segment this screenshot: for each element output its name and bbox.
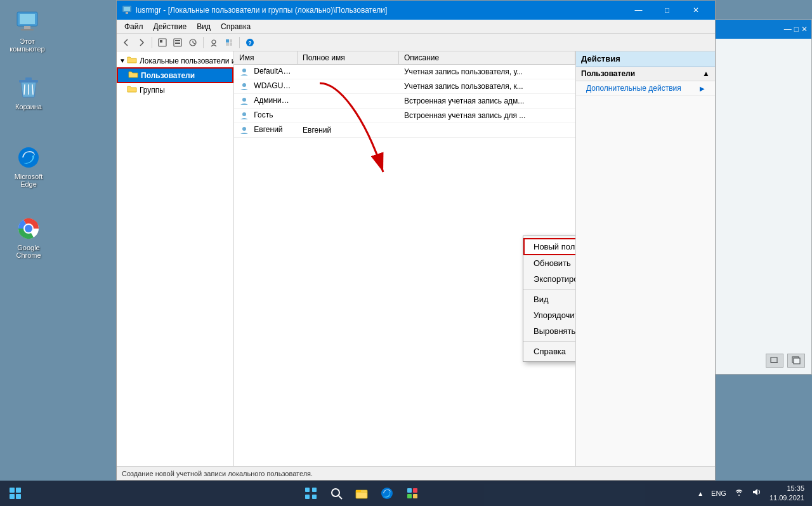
col-header-name[interactable]: Имя <box>234 51 298 64</box>
menu-help[interactable]: Справка <box>216 21 256 32</box>
taskbar-right: ▲ ENG 15:35 11.09.2021 <box>697 484 812 503</box>
cell-fullname-1 <box>298 84 399 88</box>
window-titlebar: lusrmgr - [Локальные пользователи и груп… <box>117 1 715 20</box>
desktop-icon-computer[interactable]: Этот компьютер <box>5 10 49 53</box>
list-item[interactable]: DefaultAcco... Учетная запись пользовате… <box>234 65 575 79</box>
tray-expand[interactable]: ▲ <box>697 490 704 497</box>
actions-additional-link[interactable]: Дополнительные действия ▶ <box>576 81 715 96</box>
tb-sep2 <box>203 37 204 48</box>
svg-point-49 <box>332 489 339 496</box>
cell-name-1: WDAGUtility... <box>234 79 298 93</box>
edge-label: Microsoft Edge <box>6 173 51 188</box>
tb-btn2[interactable] <box>171 36 185 50</box>
taskbar-edge-icon[interactable] <box>377 483 397 503</box>
taskbar-search-icon[interactable] <box>326 483 346 503</box>
tree-groups-label: Группы <box>140 86 165 95</box>
svg-point-38 <box>242 112 246 116</box>
section-collapse-icon: ▲ <box>702 69 710 78</box>
list-header: Имя Полное имя Описание <box>234 51 575 65</box>
desktop-icon-recycle[interactable]: Корзина <box>6 75 51 110</box>
cell-desc-0: Учетная запись пользователя, у... <box>399 65 575 78</box>
tree-users-label: Пользователи <box>141 71 195 80</box>
cell-desc-3: Встроенная учетная запись для ... <box>399 109 575 122</box>
tb-btnX[interactable] <box>207 36 221 50</box>
tree-root[interactable]: ▼ Локальные пользователи и гр... <box>117 54 233 67</box>
svg-rect-57 <box>413 494 417 498</box>
svg-point-16 <box>25 225 32 232</box>
cell-fullname-3 <box>298 114 399 117</box>
taskbar-clock[interactable]: 15:35 11.09.2021 <box>769 484 804 503</box>
col-header-desc[interactable]: Описание <box>399 51 575 64</box>
actions-section-title[interactable]: Пользователи ▲ <box>576 67 715 81</box>
cell-name-2: Администр... <box>234 94 298 108</box>
main-window: lusrmgr - [Локальные пользователи и груп… <box>116 0 716 481</box>
recycle-icon <box>16 75 41 100</box>
ctx-align[interactable]: Выровнять значки <box>523 323 575 339</box>
svg-line-27 <box>193 43 195 44</box>
ctx-view[interactable]: Вид ▶ <box>523 291 575 307</box>
svg-point-37 <box>242 98 246 102</box>
users-folder-icon <box>128 70 138 81</box>
tb-btn3[interactable] <box>186 36 200 50</box>
menu-action[interactable]: Действие <box>148 21 192 32</box>
tree-panel: ▼ Локальные пользователи и гр... Пользов… <box>117 51 234 466</box>
taskbar-explorer-icon[interactable] <box>351 483 372 503</box>
svg-rect-30 <box>230 39 232 43</box>
svg-rect-42 <box>16 488 21 493</box>
taskbar-left <box>0 483 25 503</box>
desktop-icon-chrome[interactable]: Google Chrome <box>6 216 51 259</box>
content-area: ▼ Локальные пользователи и гр... Пользов… <box>117 51 715 466</box>
list-item[interactable]: WDAGUtility... Учетная запись пользовате… <box>234 79 575 94</box>
svg-line-10 <box>24 84 25 95</box>
menu-view[interactable]: Вид <box>192 21 216 32</box>
desktop-icon-edge[interactable]: Microsoft Edge <box>6 145 51 188</box>
tb-sep1 <box>152 37 152 48</box>
col-header-fullname[interactable]: Полное имя <box>298 51 399 64</box>
ctx-refresh[interactable]: Обновить <box>523 255 575 271</box>
root-arrow: ▼ <box>119 57 126 64</box>
window-controls: — □ ✕ <box>624 1 710 20</box>
ctx-help[interactable]: Справка <box>523 343 575 359</box>
svg-rect-6 <box>24 26 30 29</box>
groups-folder-icon <box>127 84 137 95</box>
taskbar-store-icon[interactable] <box>402 483 422 503</box>
taskbar-volume-icon[interactable] <box>752 487 762 500</box>
ctx-export[interactable]: Экспортировать список... <box>523 271 575 287</box>
chrome-icon <box>16 216 41 241</box>
window-title-icon <box>122 5 132 15</box>
svg-rect-48 <box>312 495 317 499</box>
svg-line-50 <box>339 496 342 499</box>
taskbar-network-icon[interactable] <box>734 487 744 500</box>
svg-rect-24 <box>175 43 180 44</box>
tb-help[interactable]: ? <box>243 36 257 50</box>
taskbar-lang[interactable]: ENG <box>711 489 726 497</box>
svg-rect-55 <box>413 488 417 493</box>
ctx-sort[interactable]: Упорядочить значки ▶ <box>523 307 575 323</box>
svg-rect-45 <box>305 488 310 492</box>
svg-rect-43 <box>10 494 15 499</box>
tree-users[interactable]: Пользователи <box>117 67 233 83</box>
close-button[interactable]: ✕ <box>681 1 710 20</box>
start-button[interactable] <box>5 483 25 503</box>
tb-btn4[interactable] <box>222 36 236 50</box>
minimize-button[interactable]: — <box>624 1 653 20</box>
tb-back[interactable] <box>119 36 133 50</box>
cell-fullname-4: Евгений <box>298 124 399 136</box>
actions-title: Действия <box>576 51 715 67</box>
taskbar: ▲ ENG 15:35 11.09.2021 <box>0 481 812 506</box>
list-item[interactable]: Евгений Евгений <box>234 123 575 138</box>
root-folder-icon <box>127 55 137 66</box>
list-item[interactable]: Гость Встроенная учетная запись для ... <box>234 109 575 123</box>
ctx-new-user[interactable]: Новый пользователь... <box>523 238 575 255</box>
menu-file[interactable]: Файл <box>119 21 148 32</box>
maximize-button[interactable]: □ <box>653 1 681 20</box>
svg-text:?: ? <box>248 40 252 46</box>
tb-btn1[interactable] <box>155 36 169 50</box>
tb-forward[interactable] <box>134 36 148 50</box>
tree-groups[interactable]: Группы <box>117 83 233 97</box>
cell-name-3: Гость <box>234 109 298 123</box>
svg-rect-9 <box>25 77 32 81</box>
taskbar-start-icon[interactable] <box>301 483 321 503</box>
svg-rect-18 <box>124 7 130 11</box>
list-item[interactable]: Администр... Встроенная учетная запись а… <box>234 94 575 109</box>
